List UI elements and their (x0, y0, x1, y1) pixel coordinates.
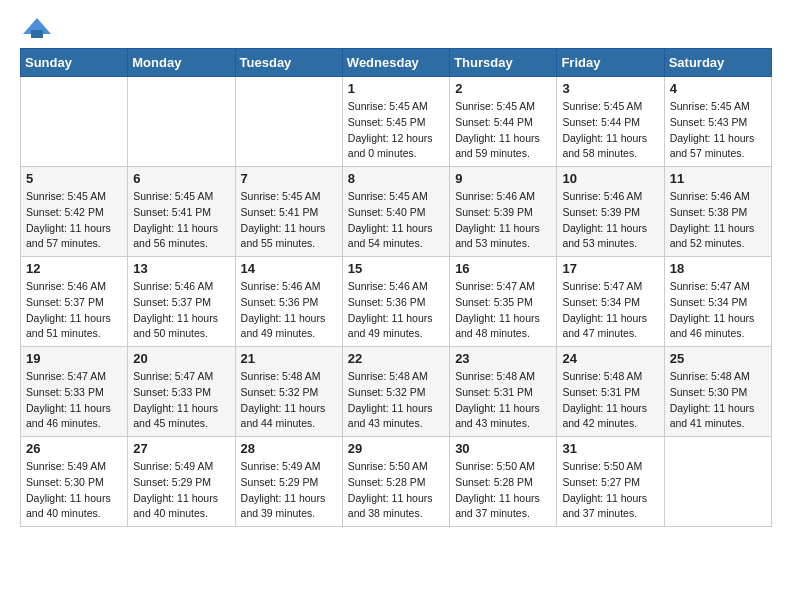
calendar-cell: 1Sunrise: 5:45 AM Sunset: 5:45 PM Daylig… (342, 77, 449, 167)
calendar-cell: 24Sunrise: 5:48 AM Sunset: 5:31 PM Dayli… (557, 347, 664, 437)
calendar-cell: 17Sunrise: 5:47 AM Sunset: 5:34 PM Dayli… (557, 257, 664, 347)
day-info: Sunrise: 5:50 AM Sunset: 5:28 PM Dayligh… (455, 459, 551, 522)
calendar-day-header: Saturday (664, 49, 771, 77)
calendar-cell: 4Sunrise: 5:45 AM Sunset: 5:43 PM Daylig… (664, 77, 771, 167)
day-info: Sunrise: 5:50 AM Sunset: 5:28 PM Dayligh… (348, 459, 444, 522)
calendar-cell: 2Sunrise: 5:45 AM Sunset: 5:44 PM Daylig… (450, 77, 557, 167)
day-info: Sunrise: 5:50 AM Sunset: 5:27 PM Dayligh… (562, 459, 658, 522)
calendar-cell: 19Sunrise: 5:47 AM Sunset: 5:33 PM Dayli… (21, 347, 128, 437)
day-number: 14 (241, 261, 337, 276)
calendar-cell: 25Sunrise: 5:48 AM Sunset: 5:30 PM Dayli… (664, 347, 771, 437)
day-info: Sunrise: 5:49 AM Sunset: 5:30 PM Dayligh… (26, 459, 122, 522)
day-number: 16 (455, 261, 551, 276)
day-number: 31 (562, 441, 658, 456)
calendar-cell (21, 77, 128, 167)
day-info: Sunrise: 5:46 AM Sunset: 5:37 PM Dayligh… (26, 279, 122, 342)
day-number: 7 (241, 171, 337, 186)
calendar-day-header: Thursday (450, 49, 557, 77)
calendar-week-row: 5Sunrise: 5:45 AM Sunset: 5:42 PM Daylig… (21, 167, 772, 257)
calendar-cell: 14Sunrise: 5:46 AM Sunset: 5:36 PM Dayli… (235, 257, 342, 347)
calendar-cell: 6Sunrise: 5:45 AM Sunset: 5:41 PM Daylig… (128, 167, 235, 257)
calendar-week-row: 19Sunrise: 5:47 AM Sunset: 5:33 PM Dayli… (21, 347, 772, 437)
calendar-cell: 10Sunrise: 5:46 AM Sunset: 5:39 PM Dayli… (557, 167, 664, 257)
day-info: Sunrise: 5:46 AM Sunset: 5:39 PM Dayligh… (455, 189, 551, 252)
calendar-cell: 12Sunrise: 5:46 AM Sunset: 5:37 PM Dayli… (21, 257, 128, 347)
day-info: Sunrise: 5:48 AM Sunset: 5:30 PM Dayligh… (670, 369, 766, 432)
day-number: 30 (455, 441, 551, 456)
day-info: Sunrise: 5:47 AM Sunset: 5:33 PM Dayligh… (133, 369, 229, 432)
calendar-cell: 31Sunrise: 5:50 AM Sunset: 5:27 PM Dayli… (557, 437, 664, 527)
day-number: 13 (133, 261, 229, 276)
calendar-day-header: Sunday (21, 49, 128, 77)
day-number: 26 (26, 441, 122, 456)
calendar-day-header: Wednesday (342, 49, 449, 77)
calendar-day-header: Monday (128, 49, 235, 77)
day-number: 8 (348, 171, 444, 186)
day-number: 3 (562, 81, 658, 96)
day-number: 21 (241, 351, 337, 366)
day-info: Sunrise: 5:47 AM Sunset: 5:35 PM Dayligh… (455, 279, 551, 342)
calendar-cell: 3Sunrise: 5:45 AM Sunset: 5:44 PM Daylig… (557, 77, 664, 167)
day-number: 18 (670, 261, 766, 276)
day-info: Sunrise: 5:47 AM Sunset: 5:34 PM Dayligh… (562, 279, 658, 342)
calendar-day-header: Friday (557, 49, 664, 77)
day-info: Sunrise: 5:48 AM Sunset: 5:32 PM Dayligh… (241, 369, 337, 432)
calendar-cell: 16Sunrise: 5:47 AM Sunset: 5:35 PM Dayli… (450, 257, 557, 347)
day-info: Sunrise: 5:48 AM Sunset: 5:31 PM Dayligh… (455, 369, 551, 432)
day-number: 27 (133, 441, 229, 456)
day-number: 1 (348, 81, 444, 96)
day-number: 15 (348, 261, 444, 276)
calendar-cell: 13Sunrise: 5:46 AM Sunset: 5:37 PM Dayli… (128, 257, 235, 347)
day-info: Sunrise: 5:46 AM Sunset: 5:38 PM Dayligh… (670, 189, 766, 252)
calendar-day-header: Tuesday (235, 49, 342, 77)
calendar-cell: 7Sunrise: 5:45 AM Sunset: 5:41 PM Daylig… (235, 167, 342, 257)
day-info: Sunrise: 5:48 AM Sunset: 5:32 PM Dayligh… (348, 369, 444, 432)
day-info: Sunrise: 5:45 AM Sunset: 5:44 PM Dayligh… (562, 99, 658, 162)
day-number: 24 (562, 351, 658, 366)
calendar-cell: 26Sunrise: 5:49 AM Sunset: 5:30 PM Dayli… (21, 437, 128, 527)
calendar-week-row: 26Sunrise: 5:49 AM Sunset: 5:30 PM Dayli… (21, 437, 772, 527)
calendar-cell: 15Sunrise: 5:46 AM Sunset: 5:36 PM Dayli… (342, 257, 449, 347)
day-number: 22 (348, 351, 444, 366)
calendar-cell: 29Sunrise: 5:50 AM Sunset: 5:28 PM Dayli… (342, 437, 449, 527)
day-info: Sunrise: 5:45 AM Sunset: 5:42 PM Dayligh… (26, 189, 122, 252)
day-number: 4 (670, 81, 766, 96)
day-number: 2 (455, 81, 551, 96)
calendar-cell (128, 77, 235, 167)
day-info: Sunrise: 5:47 AM Sunset: 5:34 PM Dayligh… (670, 279, 766, 342)
day-info: Sunrise: 5:49 AM Sunset: 5:29 PM Dayligh… (241, 459, 337, 522)
day-number: 11 (670, 171, 766, 186)
calendar-cell: 18Sunrise: 5:47 AM Sunset: 5:34 PM Dayli… (664, 257, 771, 347)
day-info: Sunrise: 5:49 AM Sunset: 5:29 PM Dayligh… (133, 459, 229, 522)
day-info: Sunrise: 5:45 AM Sunset: 5:41 PM Dayligh… (241, 189, 337, 252)
day-info: Sunrise: 5:45 AM Sunset: 5:41 PM Dayligh… (133, 189, 229, 252)
page-header (20, 20, 772, 38)
day-number: 17 (562, 261, 658, 276)
day-number: 5 (26, 171, 122, 186)
day-number: 20 (133, 351, 229, 366)
day-info: Sunrise: 5:46 AM Sunset: 5:39 PM Dayligh… (562, 189, 658, 252)
day-info: Sunrise: 5:45 AM Sunset: 5:40 PM Dayligh… (348, 189, 444, 252)
calendar-cell: 8Sunrise: 5:45 AM Sunset: 5:40 PM Daylig… (342, 167, 449, 257)
day-info: Sunrise: 5:45 AM Sunset: 5:43 PM Dayligh… (670, 99, 766, 162)
calendar-table: SundayMondayTuesdayWednesdayThursdayFrid… (20, 48, 772, 527)
calendar-cell (664, 437, 771, 527)
day-number: 23 (455, 351, 551, 366)
calendar-cell: 22Sunrise: 5:48 AM Sunset: 5:32 PM Dayli… (342, 347, 449, 437)
calendar-cell: 23Sunrise: 5:48 AM Sunset: 5:31 PM Dayli… (450, 347, 557, 437)
calendar-cell: 30Sunrise: 5:50 AM Sunset: 5:28 PM Dayli… (450, 437, 557, 527)
day-info: Sunrise: 5:48 AM Sunset: 5:31 PM Dayligh… (562, 369, 658, 432)
day-number: 29 (348, 441, 444, 456)
day-number: 10 (562, 171, 658, 186)
day-number: 6 (133, 171, 229, 186)
day-info: Sunrise: 5:45 AM Sunset: 5:45 PM Dayligh… (348, 99, 444, 162)
calendar-week-row: 1Sunrise: 5:45 AM Sunset: 5:45 PM Daylig… (21, 77, 772, 167)
day-info: Sunrise: 5:46 AM Sunset: 5:36 PM Dayligh… (348, 279, 444, 342)
calendar-week-row: 12Sunrise: 5:46 AM Sunset: 5:37 PM Dayli… (21, 257, 772, 347)
day-number: 25 (670, 351, 766, 366)
svg-marker-1 (31, 30, 43, 38)
day-info: Sunrise: 5:45 AM Sunset: 5:44 PM Dayligh… (455, 99, 551, 162)
day-number: 28 (241, 441, 337, 456)
calendar-cell: 20Sunrise: 5:47 AM Sunset: 5:33 PM Dayli… (128, 347, 235, 437)
day-info: Sunrise: 5:47 AM Sunset: 5:33 PM Dayligh… (26, 369, 122, 432)
